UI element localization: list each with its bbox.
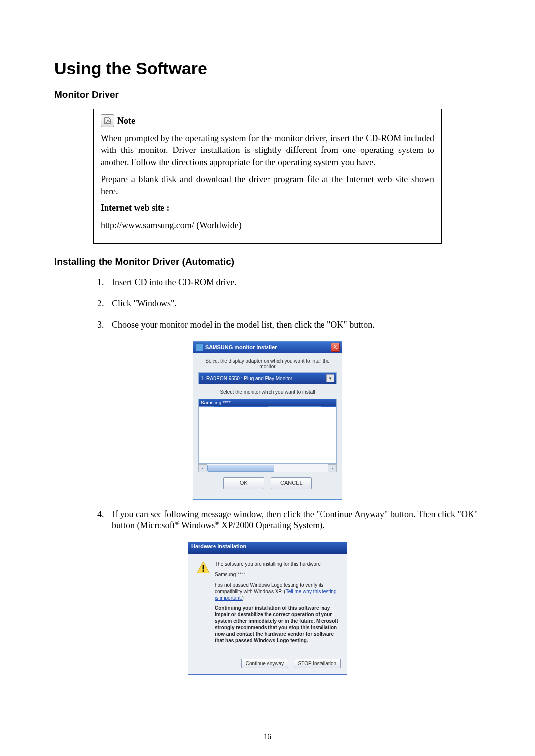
step-4: If you can see following message window,… — [106, 509, 481, 531]
samsung-installer-dialog: SAMSUNG monitor installer X Select the d… — [193, 341, 342, 500]
monitor-listbox[interactable]: Samsung **** — [198, 399, 337, 464]
close-button[interactable]: X — [331, 343, 340, 352]
warning-icon — [196, 561, 210, 575]
svg-rect-2 — [203, 570, 204, 572]
hardware-dialog-title: Hardware Installation — [188, 542, 347, 554]
note-icon — [101, 114, 114, 127]
horizontal-scrollbar[interactable]: ‹ › — [198, 464, 337, 472]
cancel-button[interactable]: CANCEL — [271, 477, 312, 489]
adapter-combobox[interactable]: 1. RADEON 9550 : Plug and Play Monitor ▼ — [198, 372, 337, 384]
monitor-label: Select the monitor which you want to ins… — [198, 389, 337, 395]
page-title: Using the Software — [54, 59, 481, 78]
top-rule — [54, 35, 481, 35]
stop-installation-button[interactable]: STOP Installation — [294, 659, 341, 668]
installer-title: SAMSUNG monitor installer — [205, 344, 331, 350]
step-2: Click "Windows". — [106, 299, 481, 309]
bottom-rule — [54, 728, 481, 728]
monitor-list-item-selected[interactable]: Samsung **** — [199, 399, 336, 407]
section-monitor-driver: Monitor Driver — [54, 89, 481, 100]
steps-list-cont: If you can see following message window,… — [93, 509, 481, 531]
adapter-combobox-value: 1. RADEON 9550 : Plug and Play Monitor — [201, 376, 292, 381]
hw-product: Samsung **** — [215, 571, 339, 578]
note-paragraph-1: When prompted by the operating system fo… — [101, 132, 434, 168]
internet-website-url: http://www.samsung.com/ (Worldwide) — [101, 219, 434, 231]
installer-app-icon — [195, 343, 203, 351]
ok-button[interactable]: OK — [223, 477, 264, 489]
svg-rect-1 — [203, 565, 204, 570]
step-1: Insert CD into the CD-ROM drive. — [106, 277, 481, 288]
chevron-down-icon[interactable]: ▼ — [326, 374, 334, 382]
internet-website-label: Internet web site : — [101, 202, 434, 214]
hw-warning-bold: Continuing your installation of this sof… — [215, 605, 339, 644]
note-label: Note — [117, 115, 135, 127]
scroll-left-button[interactable]: ‹ — [198, 464, 207, 472]
section-installing-automatic: Installing the Monitor Driver (Automatic… — [54, 256, 481, 267]
note-box: Note When prompted by the operating syst… — [93, 109, 442, 244]
page-number: 16 — [0, 732, 535, 741]
scroll-thumb[interactable] — [207, 465, 274, 472]
hw-line2: has not passed Windows Logo testing to v… — [215, 582, 339, 601]
adapter-label: Select the display adapter on which you … — [198, 358, 337, 369]
scroll-right-button[interactable]: › — [328, 464, 337, 472]
hardware-installation-dialog: Hardware Installation The software you a… — [188, 542, 347, 675]
scroll-track[interactable] — [207, 464, 328, 472]
step-3: Choose your monitor model in the model l… — [106, 320, 481, 330]
note-paragraph-2: Prepare a blank disk and download the dr… — [101, 173, 434, 198]
steps-list: Insert CD into the CD-ROM drive. Click "… — [93, 277, 481, 330]
continue-anyway-button[interactable]: Continue Anyway — [241, 659, 288, 668]
hw-line1: The software you are installing for this… — [215, 561, 339, 567]
